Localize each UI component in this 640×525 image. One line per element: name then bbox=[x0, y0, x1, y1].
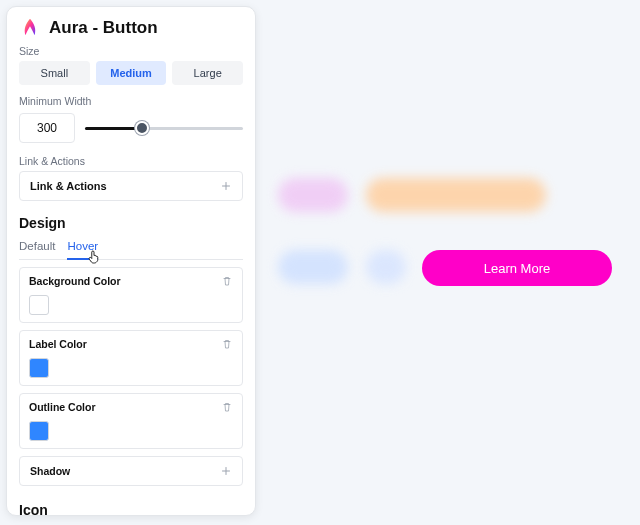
trash-icon[interactable] bbox=[221, 401, 233, 413]
prop-label-color[interactable]: Label Color bbox=[19, 330, 243, 386]
trash-icon[interactable] bbox=[221, 338, 233, 350]
preview-ghost-button bbox=[278, 250, 348, 284]
inspector-panel: Aura - Button Size Small Medium Large Mi… bbox=[6, 6, 256, 516]
link-actions-row[interactable]: Link & Actions bbox=[19, 171, 243, 201]
panel-title: Aura - Button bbox=[49, 18, 158, 38]
panel-header: Aura - Button bbox=[19, 17, 243, 39]
tab-hover[interactable]: Hover bbox=[67, 235, 98, 260]
min-width-input[interactable]: 300 bbox=[19, 113, 75, 143]
min-width-label: Minimum Width bbox=[19, 95, 243, 107]
preview-canvas: Learn More bbox=[270, 0, 640, 525]
size-option-large[interactable]: Large bbox=[172, 61, 243, 85]
preview-button[interactable]: Learn More bbox=[422, 250, 612, 286]
outline-color-swatch[interactable] bbox=[29, 421, 49, 441]
preview-ghost-button bbox=[366, 178, 546, 212]
design-tabs: Default Hover bbox=[19, 235, 243, 260]
size-option-medium[interactable]: Medium bbox=[96, 61, 167, 85]
icon-section-title: Icon bbox=[19, 502, 243, 516]
label-color-swatch[interactable] bbox=[29, 358, 49, 378]
prop-outline-color[interactable]: Outline Color bbox=[19, 393, 243, 449]
prop-outline-label: Outline Color bbox=[29, 401, 96, 413]
size-segmented: Small Medium Large bbox=[19, 61, 243, 85]
trash-icon[interactable] bbox=[221, 275, 233, 287]
tab-default[interactable]: Default bbox=[19, 235, 55, 259]
link-actions-row-label: Link & Actions bbox=[30, 180, 107, 192]
preview-ghost-button bbox=[366, 250, 406, 284]
design-section-title: Design bbox=[19, 215, 243, 231]
prop-bg-label: Background Color bbox=[29, 275, 121, 287]
prop-shadow-label: Shadow bbox=[30, 465, 70, 477]
plus-icon bbox=[220, 465, 232, 477]
min-width-slider[interactable] bbox=[85, 113, 243, 143]
size-option-small[interactable]: Small bbox=[19, 61, 90, 85]
plus-icon bbox=[220, 180, 232, 192]
prop-shadow[interactable]: Shadow bbox=[19, 456, 243, 486]
bg-color-swatch[interactable] bbox=[29, 295, 49, 315]
prop-label-label: Label Color bbox=[29, 338, 87, 350]
aura-logo-icon bbox=[19, 17, 41, 39]
slider-thumb-icon[interactable] bbox=[135, 121, 149, 135]
size-label: Size bbox=[19, 45, 243, 57]
preview-button-label: Learn More bbox=[484, 261, 550, 276]
preview-ghost-button bbox=[278, 178, 348, 212]
link-actions-section-label: Link & Actions bbox=[19, 155, 243, 167]
prop-background-color[interactable]: Background Color bbox=[19, 267, 243, 323]
